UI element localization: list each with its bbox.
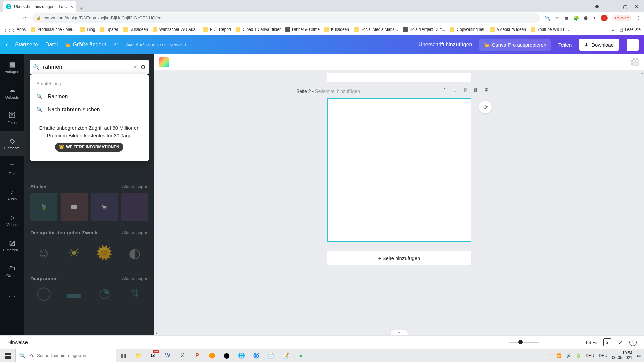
ext2-icon[interactable]: ⬣ bbox=[584, 15, 588, 21]
fullscreen-icon[interactable]: ⤢ bbox=[618, 339, 623, 345]
sticker-thumb[interactable]: 🦙 bbox=[91, 193, 118, 221]
task-view-icon[interactable]: ▥ bbox=[116, 349, 131, 362]
kebab-icon[interactable]: ⋮ bbox=[636, 15, 641, 21]
puzzle-icon[interactable]: ✦ bbox=[592, 15, 596, 21]
powerpoint-icon[interactable]: P bbox=[190, 349, 205, 362]
show-all-link[interactable]: Alle anzeigen bbox=[122, 276, 148, 281]
show-all-link[interactable]: Alle anzeigen bbox=[122, 184, 148, 189]
bookmark-item[interactable]: Produktsuche - Mer... bbox=[31, 27, 75, 32]
browser-tab[interactable]: C Überschrift hinzufügen – Logo × bbox=[3, 1, 76, 12]
tray-chevron-icon[interactable]: ˄ bbox=[550, 353, 552, 358]
wifi-icon[interactable]: 📶 bbox=[556, 353, 561, 358]
document-title[interactable]: Überschrift hinzufügen bbox=[418, 42, 472, 48]
diagram-thumb[interactable]: ▬ bbox=[61, 285, 88, 301]
undo-icon[interactable]: ↶ bbox=[114, 41, 119, 48]
sticker-thumb[interactable] bbox=[121, 193, 149, 221]
bookmark-item[interactable]: Kursideen bbox=[123, 27, 148, 32]
elements-search[interactable]: 🔍 × ⚙ bbox=[30, 60, 149, 74]
rail-audio[interactable]: ♪Audio bbox=[0, 182, 24, 207]
mail-icon[interactable]: ✉ bbox=[146, 349, 160, 362]
clock[interactable]: 19:54 06.05.2021 bbox=[612, 351, 632, 360]
bookmark-item[interactable]: Social Media Mana... bbox=[354, 27, 398, 32]
bookmark-item[interactable]: Videokurs Ideen bbox=[490, 27, 526, 32]
taskbar-search-input[interactable] bbox=[29, 353, 113, 358]
page-label[interactable]: Seite 2 - Seitentitel hinzufügen bbox=[296, 88, 360, 94]
element-thumb[interactable]: ◐ bbox=[121, 239, 149, 267]
rail-elements[interactable]: ◇Elemente bbox=[0, 131, 24, 156]
add-page-button[interactable]: + Seite hinzufügen bbox=[327, 251, 471, 265]
battery-icon[interactable]: 🔋 bbox=[576, 353, 581, 358]
start-button[interactable] bbox=[0, 349, 15, 362]
bookmark-item[interactable]: Kursideen bbox=[324, 27, 349, 32]
bookmark-item[interactable]: Copywriting neu bbox=[450, 27, 485, 32]
clear-search-icon[interactable]: × bbox=[133, 64, 137, 71]
element-thumb[interactable]: ☀ bbox=[61, 239, 88, 267]
element-thumb[interactable]: ☺ bbox=[30, 239, 57, 267]
rail-templates[interactable]: ▦Vorlagen bbox=[0, 54, 24, 80]
new-tab-button[interactable]: + bbox=[80, 5, 84, 12]
diagram-thumb[interactable]: ◯ bbox=[30, 285, 57, 301]
previous-page-peek[interactable] bbox=[327, 73, 471, 82]
more-menu-button[interactable]: ⋯ bbox=[627, 39, 639, 51]
rail-text[interactable]: TText bbox=[0, 156, 24, 182]
back-arrow-icon[interactable]: ‹ bbox=[5, 40, 8, 49]
bookmark-item[interactable]: Cload + Canva Bilder bbox=[236, 27, 281, 32]
try-pro-button[interactable]: 👑Canva Pro ausprobieren bbox=[479, 39, 551, 51]
carousel-next-icon[interactable]: › bbox=[148, 203, 148, 210]
bookmark-overflow[interactable]: » bbox=[612, 27, 614, 32]
maximize-icon[interactable]: ▢ bbox=[623, 4, 627, 9]
app-icon[interactable]: 🟠 bbox=[205, 349, 219, 362]
delete-page-icon[interactable]: 🗑 bbox=[473, 87, 478, 93]
transparency-icon[interactable] bbox=[631, 58, 639, 66]
diagram-thumb[interactable]: ⇅ bbox=[121, 285, 149, 301]
sticker-thumb[interactable]: 🍃 bbox=[30, 193, 57, 221]
profile-avatar[interactable]: T bbox=[601, 15, 608, 21]
file-menu[interactable]: Datei bbox=[45, 42, 58, 48]
account-dot-icon[interactable] bbox=[595, 5, 599, 8]
bookmark-item[interactable]: Dinner & Crime bbox=[285, 27, 320, 32]
nav-forward-icon[interactable]: → bbox=[13, 15, 19, 21]
promo-more-info-button[interactable]: 👑 WEITERE INFORMATIONEN bbox=[55, 143, 123, 152]
lang-indicator[interactable]: DEU bbox=[586, 353, 594, 358]
background-color-picker[interactable] bbox=[159, 57, 169, 67]
word-icon[interactable]: W bbox=[160, 349, 175, 362]
rail-folder[interactable]: 🗀Ordner bbox=[0, 258, 24, 284]
rail-uploads[interactable]: ☁Uploads bbox=[0, 80, 24, 105]
canvas-viewport[interactable]: ▴ Seite 2 - Seitentitel hinzufügen ⌃ ⌄ ⧉… bbox=[154, 70, 644, 335]
suggestion-item[interactable]: 🔍 Rahmen bbox=[30, 90, 149, 103]
filter-icon[interactable]: ⚙ bbox=[140, 63, 146, 71]
element-thumb[interactable]: 🌞 bbox=[91, 239, 118, 267]
bookmark-item[interactable]: Bois d'Argent Duft... bbox=[403, 27, 445, 32]
carousel-next-icon[interactable]: › bbox=[148, 249, 148, 256]
ext-icon[interactable]: 🧩 bbox=[573, 15, 579, 21]
file-explorer-icon[interactable]: 📁 bbox=[131, 349, 146, 362]
zoom-slider[interactable] bbox=[509, 342, 539, 343]
rail-videos[interactable]: ▷Videos bbox=[0, 207, 24, 233]
hints-label[interactable]: Hinweise bbox=[7, 339, 28, 345]
star-icon[interactable]: ☆ bbox=[555, 15, 559, 21]
obs-icon[interactable]: ⬤ bbox=[219, 349, 234, 362]
add-page-icon[interactable]: ⊞ bbox=[484, 87, 489, 93]
download-button[interactable]: ⬇Download bbox=[579, 39, 619, 51]
close-window-icon[interactable]: ✕ bbox=[635, 4, 639, 9]
resize-button[interactable]: 👑Größe ändern bbox=[65, 42, 106, 48]
app-icon[interactable]: 📄 bbox=[264, 349, 278, 362]
suggestion-item[interactable]: 🔍 Nach rahmen suchen bbox=[30, 103, 149, 116]
zoom-value[interactable]: 88 % bbox=[586, 340, 597, 345]
bookmark-item[interactable]: PDF Report bbox=[203, 27, 231, 32]
rail-more[interactable]: ⋯ bbox=[0, 284, 24, 309]
bookmark-item[interactable]: Youtube WICHTIG bbox=[531, 27, 571, 32]
show-all-link[interactable]: Alle anzeigen bbox=[122, 230, 148, 235]
read-icon[interactable]: ▣ bbox=[564, 15, 569, 21]
move-up-icon[interactable]: ⌃ bbox=[443, 87, 447, 93]
sticker-thumb[interactable]: ✉️ bbox=[61, 193, 88, 221]
minimize-icon[interactable]: — bbox=[611, 4, 615, 9]
spotify-icon[interactable]: ● bbox=[293, 349, 308, 362]
duplicate-page-icon[interactable]: ⧉ bbox=[464, 87, 467, 93]
zoom-icon[interactable]: 🔍 bbox=[545, 15, 550, 21]
chrome-icon[interactable]: 🌐 bbox=[234, 349, 249, 362]
scroll-up-icon[interactable]: ▴ bbox=[641, 71, 643, 75]
rail-photos[interactable]: 🖼Fotos bbox=[0, 105, 24, 131]
excel-icon[interactable]: X bbox=[175, 349, 190, 362]
search-input[interactable] bbox=[43, 64, 130, 70]
